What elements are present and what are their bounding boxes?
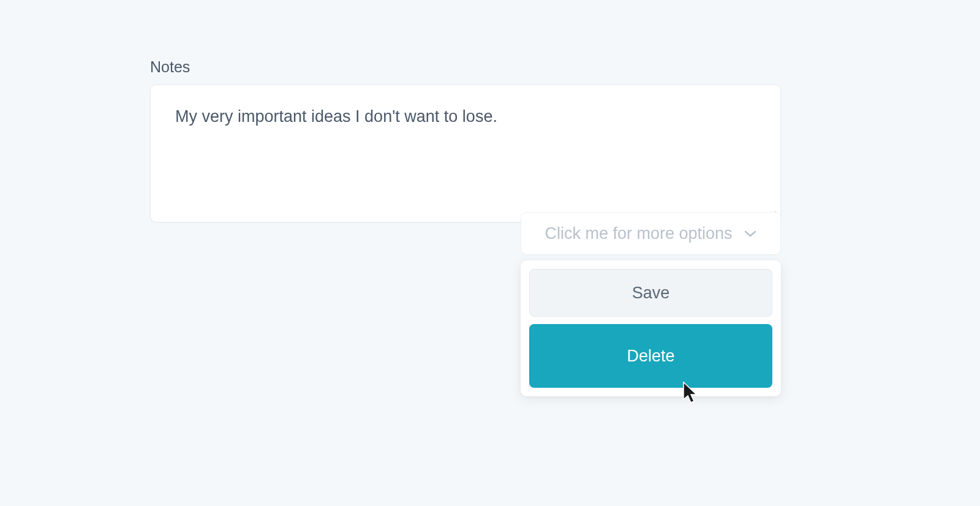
notes-label: Notes <box>150 58 781 76</box>
chevron-down-icon <box>744 227 757 240</box>
dropdown-menu: Save Delete <box>521 260 781 396</box>
delete-button[interactable]: Delete <box>529 324 772 388</box>
dropdown-trigger-label: Click me for more options <box>545 224 732 243</box>
notes-textarea-wrapper <box>150 85 781 225</box>
more-options-dropdown[interactable]: Click me for more options <box>521 212 781 255</box>
save-button[interactable]: Save <box>529 269 772 317</box>
notes-textarea[interactable] <box>150 85 781 222</box>
